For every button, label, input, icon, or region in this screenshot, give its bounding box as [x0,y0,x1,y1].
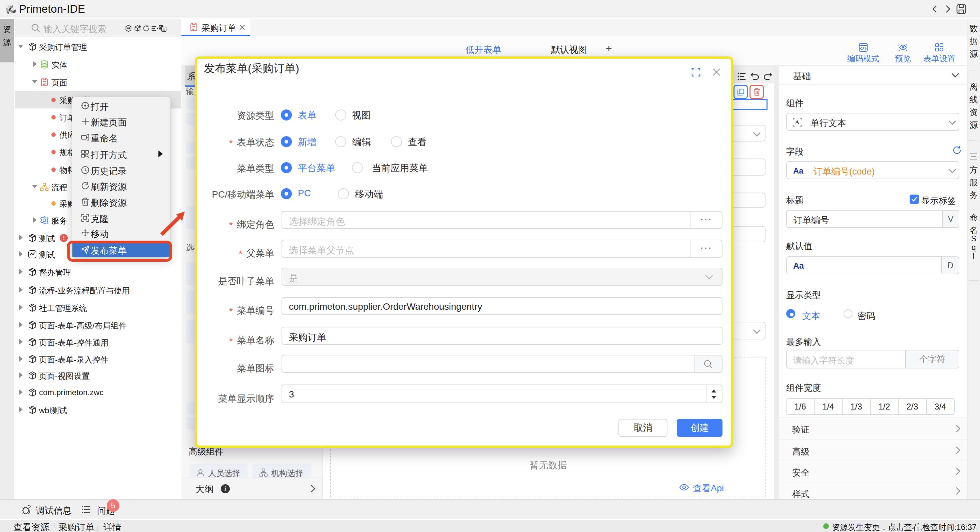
svg-text:文: 文 [162,28,165,31]
svg-text:AI: AI [127,27,130,30]
svg-text:A: A [795,119,800,126]
